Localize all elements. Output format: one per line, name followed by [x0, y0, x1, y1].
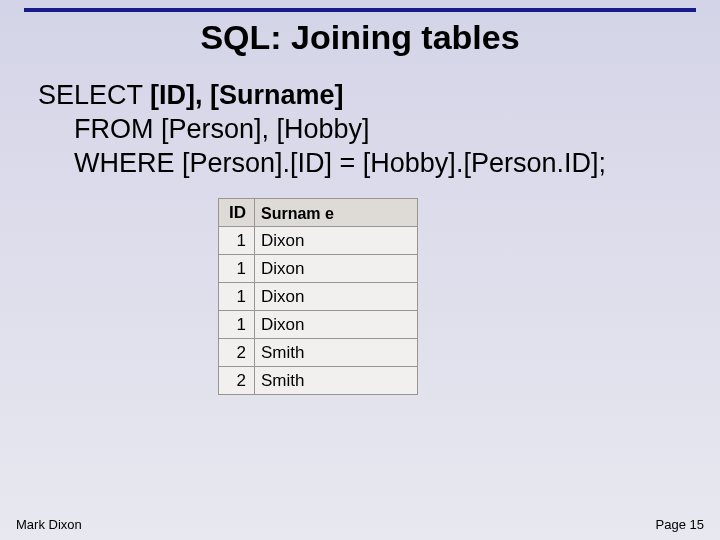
- sql-query: SELECT [ID], [Surname] FROM [Person], [H…: [38, 79, 720, 180]
- table-row: 1 Dixon: [219, 283, 418, 311]
- cell-surname: Dixon: [255, 283, 418, 311]
- table-body: 1 Dixon 1 Dixon 1 Dixon 1 Dixon 2 Smith …: [219, 227, 418, 395]
- cell-id: 1: [219, 311, 255, 339]
- footer-author: Mark Dixon: [16, 517, 82, 532]
- sql-line-3: WHERE [Person].[ID] = [Hobby].[Person.ID…: [74, 147, 720, 181]
- cell-id: 1: [219, 255, 255, 283]
- cell-surname: Smith: [255, 367, 418, 395]
- table-row: 1 Dixon: [219, 227, 418, 255]
- sql-line-2: FROM [Person], [Hobby]: [74, 113, 720, 147]
- top-rule: [24, 8, 696, 12]
- footer-page: Page 15: [656, 517, 704, 532]
- table-row: 1 Dixon: [219, 255, 418, 283]
- cell-id: 1: [219, 227, 255, 255]
- slide-title: SQL: Joining tables: [0, 18, 720, 57]
- result-table-wrap: ID Surnam e 1 Dixon 1 Dixon 1 Dixon 1 Di…: [218, 198, 418, 395]
- cell-id: 2: [219, 367, 255, 395]
- cell-surname: Dixon: [255, 227, 418, 255]
- table-row: 1 Dixon: [219, 311, 418, 339]
- table-row: 2 Smith: [219, 367, 418, 395]
- table-header-row: ID Surnam e: [219, 199, 418, 227]
- sql-line-1: SELECT [ID], [Surname]: [38, 79, 720, 113]
- table-row: 2 Smith: [219, 339, 418, 367]
- footer: Mark Dixon Page 15: [16, 517, 704, 532]
- result-table: ID Surnam e 1 Dixon 1 Dixon 1 Dixon 1 Di…: [218, 198, 418, 395]
- cell-id: 2: [219, 339, 255, 367]
- header-id: ID: [219, 199, 255, 227]
- cell-surname: Dixon: [255, 255, 418, 283]
- sql-select-columns: [ID], [Surname]: [150, 80, 344, 110]
- sql-select-keyword: SELECT: [38, 80, 150, 110]
- cell-surname: Dixon: [255, 311, 418, 339]
- cell-surname: Smith: [255, 339, 418, 367]
- header-surname: Surnam e: [255, 199, 418, 227]
- cell-id: 1: [219, 283, 255, 311]
